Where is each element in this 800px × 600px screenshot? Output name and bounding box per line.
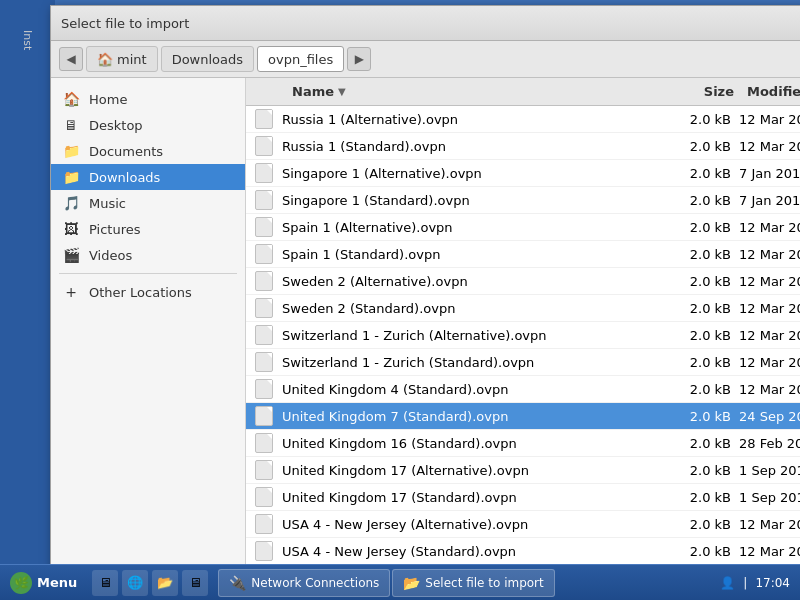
sidebar-item-pictures[interactable]: 🖼 Pictures [51, 216, 245, 242]
select-file-app-icon: 📂 [403, 575, 420, 591]
back-button[interactable]: ◀ [59, 47, 83, 71]
background-panel: Inst [0, 0, 55, 564]
file-row[interactable]: Russia 1 (Alternative).ovpn2.0 kB12 Mar … [246, 106, 800, 133]
file-row[interactable]: USA 4 - New Jersey (Alternative).ovpn2.0… [246, 511, 800, 538]
file-size: 2.0 kB [674, 247, 739, 262]
file-size: 2.0 kB [674, 490, 739, 505]
file-icon-cell [246, 379, 282, 399]
breadcrumb-downloads-label: Downloads [172, 52, 243, 67]
file-name: Sweden 2 (Alternative).ovpn [282, 274, 674, 289]
sidebar-item-videos[interactable]: 🎬 Videos [51, 242, 245, 268]
file-document-icon [255, 541, 273, 561]
file-document-icon [255, 433, 273, 453]
sidebar-home-label: Home [89, 92, 127, 107]
file-modified: 1 Sep 2017 [739, 490, 800, 505]
other-locations-icon: + [61, 284, 81, 300]
file-icon-cell [246, 541, 282, 561]
file-name: United Kingdom 4 (Standard).ovpn [282, 382, 674, 397]
file-row[interactable]: Sweden 2 (Alternative).ovpn2.0 kB12 Mar … [246, 268, 800, 295]
file-document-icon [255, 190, 273, 210]
taskbar-icon-2[interactable]: 🌐 [122, 570, 148, 596]
sort-arrow-icon: ▼ [338, 86, 346, 97]
file-row[interactable]: United Kingdom 7 (Standard).ovpn2.0 kB24… [246, 403, 800, 430]
column-name[interactable]: Name ▼ [282, 82, 674, 101]
taskbar-icon-3[interactable]: 📂 [152, 570, 178, 596]
taskbar-quick-icons: 🖥 🌐 📂 🖥 [87, 570, 213, 596]
column-name-label: Name [292, 84, 334, 99]
file-row[interactable]: United Kingdom 17 (Alternative).ovpn2.0 … [246, 457, 800, 484]
file-size: 2.0 kB [674, 166, 739, 181]
file-icon-cell [246, 217, 282, 237]
file-name: Switzerland 1 - Zurich (Standard).ovpn [282, 355, 674, 370]
sidebar-item-documents[interactable]: 📁 Documents [51, 138, 245, 164]
file-name: Spain 1 (Standard).ovpn [282, 247, 674, 262]
file-document-icon [255, 217, 273, 237]
file-name: United Kingdom 16 (Standard).ovpn [282, 436, 674, 451]
file-modified: 12 Mar 2015 [739, 274, 800, 289]
taskbar-icon-1[interactable]: 🖥 [92, 570, 118, 596]
file-row[interactable]: Singapore 1 (Standard).ovpn2.0 kB7 Jan 2… [246, 187, 800, 214]
taskbar-app-select-file[interactable]: 📂 Select file to import [392, 569, 554, 597]
file-size: 2.0 kB [674, 274, 739, 289]
time-display: 17:04 [755, 576, 790, 590]
file-row[interactable]: Spain 1 (Alternative).ovpn2.0 kB12 Mar 2… [246, 214, 800, 241]
file-modified: 12 Mar 2015 [739, 382, 800, 397]
file-row[interactable]: United Kingdom 16 (Standard).ovpn2.0 kB2… [246, 430, 800, 457]
file-icon-cell [246, 163, 282, 183]
file-modified: 7 Jan 2016 [739, 166, 800, 181]
taskbar: 🌿 Menu 🖥 🌐 📂 🖥 🔌 Network Connections 📂 S… [0, 564, 800, 600]
file-icon-cell [246, 433, 282, 453]
file-name: USA 4 - New Jersey (Alternative).ovpn [282, 517, 674, 532]
file-name: Russia 1 (Alternative).ovpn [282, 112, 674, 127]
file-row[interactable]: United Kingdom 17 (Standard).ovpn2.0 kB1… [246, 484, 800, 511]
sidebar-item-other-locations[interactable]: + Other Locations [51, 279, 245, 305]
column-modified[interactable]: Modified [739, 82, 800, 101]
file-row[interactable]: Sweden 2 (Standard).ovpn2.0 kB12 Mar 201… [246, 295, 800, 322]
file-row[interactable]: Switzerland 1 - Zurich (Alternative).ovp… [246, 322, 800, 349]
breadcrumb-downloads[interactable]: Downloads [161, 46, 254, 72]
menu-icon: 🌿 [10, 572, 32, 594]
file-size: 2.0 kB [674, 301, 739, 316]
file-name: Singapore 1 (Standard).ovpn [282, 193, 674, 208]
sidebar-item-home[interactable]: 🏠 Home [51, 86, 245, 112]
file-icon-cell [246, 514, 282, 534]
file-row[interactable]: United Kingdom 4 (Standard).ovpn2.0 kB12… [246, 376, 800, 403]
file-size: 2.0 kB [674, 517, 739, 532]
sidebar-item-downloads[interactable]: 📁 Downloads [51, 164, 245, 190]
file-icon-cell [246, 325, 282, 345]
file-document-icon [255, 244, 273, 264]
sidebar-item-music[interactable]: 🎵 Music [51, 190, 245, 216]
column-modified-label: Modified [747, 84, 800, 99]
file-modified: 7 Jan 2016 [739, 193, 800, 208]
pictures-icon: 🖼 [61, 221, 81, 237]
column-size[interactable]: Size [674, 82, 739, 101]
taskbar-apps: 🔌 Network Connections 📂 Select file to i… [213, 569, 710, 597]
file-name: United Kingdom 7 (Standard).ovpn [282, 409, 674, 424]
file-row[interactable]: Singapore 1 (Alternative).ovpn2.0 kB7 Ja… [246, 160, 800, 187]
file-name: Singapore 1 (Alternative).ovpn [282, 166, 674, 181]
file-name: USA 4 - New Jersey (Standard).ovpn [282, 544, 674, 559]
breadcrumb-ovpn-files[interactable]: ovpn_files [257, 46, 344, 72]
file-name: Spain 1 (Alternative).ovpn [282, 220, 674, 235]
file-size: 2.0 kB [674, 544, 739, 559]
file-modified: 1 Sep 2017 [739, 463, 800, 478]
downloads-icon: 📁 [61, 169, 81, 185]
taskbar-app-network[interactable]: 🔌 Network Connections [218, 569, 390, 597]
file-modified: 12 Mar 2015 [739, 517, 800, 532]
file-row[interactable]: USA 4 - New Jersey (Standard).ovpn2.0 kB… [246, 538, 800, 565]
file-modified: 12 Mar 2015 [739, 220, 800, 235]
breadcrumb-bar: ◀ 🏠 mint Downloads ovpn_files ▶ [51, 41, 800, 78]
file-row[interactable]: Spain 1 (Standard).ovpn2.0 kB12 Mar 2015 [246, 241, 800, 268]
file-size: 2.0 kB [674, 355, 739, 370]
taskbar-icon-4[interactable]: 🖥 [182, 570, 208, 596]
sidebar-desktop-label: Desktop [89, 118, 143, 133]
menu-label: Menu [37, 575, 77, 590]
file-size: 2.0 kB [674, 193, 739, 208]
file-row[interactable]: Russia 1 (Standard).ovpn2.0 kB12 Mar 201… [246, 133, 800, 160]
file-document-icon [255, 352, 273, 372]
file-row[interactable]: Switzerland 1 - Zurich (Standard).ovpn2.… [246, 349, 800, 376]
menu-button[interactable]: 🌿 Menu [0, 565, 87, 600]
sidebar-item-desktop[interactable]: 🖥 Desktop [51, 112, 245, 138]
breadcrumb-mint[interactable]: 🏠 mint [86, 46, 158, 72]
forward-button[interactable]: ▶ [347, 47, 371, 71]
